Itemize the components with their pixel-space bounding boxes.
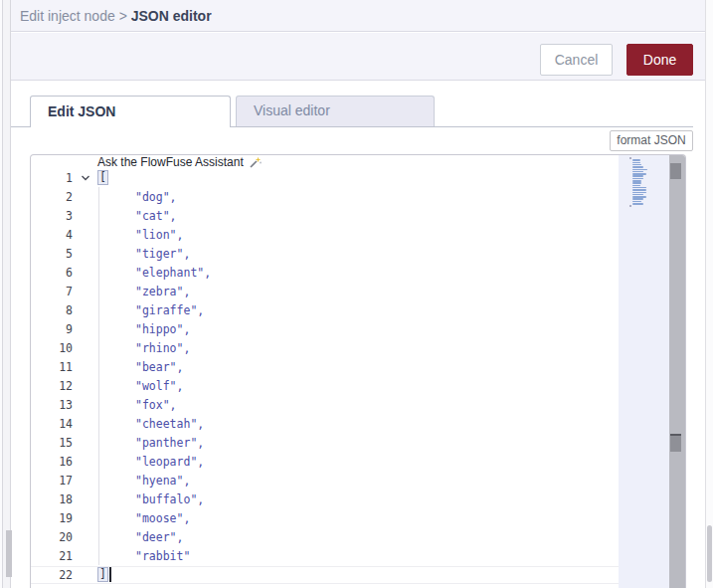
- code-line[interactable]: 20"deer",: [31, 527, 685, 546]
- minimap[interactable]: [619, 155, 669, 588]
- code-text: "lion",: [97, 228, 685, 242]
- minimap-mark: [632, 169, 647, 171]
- json-string-token: "hyena",: [135, 474, 190, 488]
- json-string-token: "panther",: [135, 436, 204, 450]
- minimap-mark: [629, 157, 631, 159]
- json-string-token: "elephant",: [135, 266, 211, 280]
- json-editor-dialog: Edit inject node > JSON editor Cancel Do…: [0, 0, 713, 588]
- breadcrumb-bar: Edit inject node > JSON editor: [11, 0, 705, 32]
- code-text: "rabbit": [97, 549, 685, 563]
- minimap-mark: [632, 159, 640, 161]
- assistant-prompt[interactable]: Ask the FlowFuse Assistant: [97, 155, 262, 169]
- page-scrollbar-thumb[interactable]: [707, 525, 712, 582]
- editor-bottom-border: [31, 583, 621, 584]
- breadcrumb-current: JSON editor: [131, 8, 212, 24]
- code-text: "cheetah",: [97, 417, 685, 431]
- chevron-down-icon[interactable]: [80, 172, 91, 184]
- tab-visual-editor[interactable]: Visual editor: [236, 96, 435, 126]
- json-string-token: "lion",: [135, 228, 183, 242]
- line-number: 10: [31, 341, 73, 355]
- json-string-token: "bear",: [135, 360, 183, 374]
- bracket-token: ]: [97, 567, 108, 582]
- code-line[interactable]: 4"lion",: [31, 225, 685, 244]
- code-text: "elephant",: [97, 266, 685, 280]
- code-line[interactable]: 21"rabbit": [31, 546, 685, 565]
- line-number: 3: [31, 209, 73, 223]
- line-number: 7: [31, 285, 73, 298]
- line-number: 2: [31, 190, 73, 204]
- code-text: "giraffe",: [97, 303, 685, 317]
- json-string-token: "moose",: [135, 511, 190, 525]
- code-line[interactable]: 14"cheetah",: [31, 414, 685, 433]
- code-editor[interactable]: Ask the FlowFuse Assistant 1[2"dog",3"ca…: [30, 154, 686, 588]
- minimap-mark: [629, 205, 631, 207]
- line-number: 18: [31, 492, 73, 506]
- code-text: "rhino",: [97, 341, 685, 355]
- line-number: 21: [31, 549, 73, 563]
- breadcrumb-parent[interactable]: Edit inject node: [20, 8, 115, 24]
- line-number: 1: [31, 171, 73, 185]
- line-number: 9: [31, 322, 73, 336]
- code-line[interactable]: 17"hyena",: [31, 471, 685, 490]
- minimap-mark: [632, 175, 643, 177]
- json-string-token: "buffalo",: [135, 492, 204, 506]
- json-string-token: "leopard",: [135, 455, 204, 469]
- line-number: 14: [31, 417, 73, 431]
- code-line[interactable]: 16"leopard",: [31, 452, 685, 471]
- code-text: "panther",: [97, 436, 685, 450]
- assistant-label: Ask the FlowFuse Assistant: [97, 155, 244, 169]
- json-string-token: "hippo",: [135, 322, 190, 336]
- code-line[interactable]: 2"dog",: [31, 187, 685, 206]
- minimap-mark: [632, 192, 646, 194]
- editor-scrollbar-marker[interactable]: [670, 434, 681, 452]
- code-text: "leopard",: [97, 455, 685, 469]
- code-line[interactable]: 10"rhino",: [31, 338, 685, 357]
- cancel-button[interactable]: Cancel: [540, 44, 613, 76]
- code-lines: 1[2"dog",3"cat",4"lion",5"tiger",6"eleph…: [31, 168, 685, 584]
- code-line[interactable]: 18"buffalo",: [31, 490, 685, 508]
- text-cursor: [109, 567, 111, 582]
- line-number: 8: [31, 303, 73, 317]
- left-scrollbar-track[interactable]: [2, 0, 10, 588]
- line-number: 15: [31, 436, 73, 450]
- line-number: 22: [31, 568, 73, 582]
- code-text: "hippo",: [97, 322, 685, 336]
- code-line[interactable]: 11"bear",: [31, 357, 685, 376]
- fold-toggle[interactable]: [73, 172, 97, 184]
- code-line[interactable]: 7"zebra",: [31, 282, 685, 300]
- line-number: 13: [31, 398, 73, 412]
- left-edge-panel: [0, 0, 11, 588]
- tab-edit-json[interactable]: Edit JSON: [30, 96, 231, 127]
- line-number: 11: [31, 360, 73, 374]
- json-string-token: "zebra",: [135, 285, 190, 298]
- breadcrumb-separator: >: [119, 8, 131, 24]
- code-line[interactable]: 6"elephant",: [31, 263, 685, 282]
- json-string-token: "tiger",: [135, 247, 190, 261]
- editor-scrollbar-track[interactable]: [669, 155, 685, 588]
- json-string-token: "dog",: [135, 190, 177, 204]
- code-line[interactable]: 5"tiger",: [31, 244, 685, 263]
- page-scrollbar-track[interactable]: [705, 0, 713, 588]
- code-line[interactable]: 9"hippo",: [31, 319, 685, 338]
- code-line[interactable]: 19"moose",: [31, 508, 685, 527]
- json-string-token: "wolf",: [135, 379, 183, 393]
- code-line[interactable]: 12"wolf",: [31, 376, 685, 395]
- line-number: 12: [31, 379, 73, 393]
- line-number: 16: [31, 455, 73, 469]
- json-string-token: "deer",: [135, 530, 183, 544]
- code-text: "hyena",: [97, 474, 685, 488]
- code-text: "fox",: [97, 398, 685, 412]
- code-line[interactable]: 15"panther",: [31, 433, 685, 452]
- code-line[interactable]: 3"cat",: [31, 206, 685, 225]
- code-line[interactable]: 1[: [31, 168, 685, 187]
- code-line[interactable]: 8"giraffe",: [31, 300, 685, 319]
- left-scrollbar-thumb[interactable]: [6, 530, 12, 577]
- action-bar: Cancel Done: [11, 33, 705, 81]
- editor-scrollbar-thumb[interactable]: [670, 163, 681, 179]
- json-string-token: "rabbit": [135, 549, 190, 563]
- code-line[interactable]: 22]: [31, 565, 685, 584]
- done-button[interactable]: Done: [626, 44, 693, 76]
- line-number: 6: [31, 266, 73, 280]
- code-line[interactable]: 13"fox",: [31, 395, 685, 414]
- format-json-button[interactable]: format JSON: [610, 130, 693, 151]
